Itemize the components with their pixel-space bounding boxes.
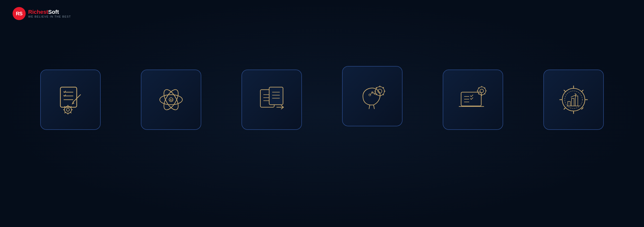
svg-line-36 — [376, 87, 377, 88]
svg-line-39 — [376, 94, 377, 95]
step-testing-deployment: Testing andDeployment — [433, 70, 513, 159]
step-label-6: Noticing andOptimization — [553, 137, 595, 159]
svg-rect-25 — [269, 87, 283, 105]
step-card-5 — [443, 70, 503, 130]
page-title: AI Integration Approaches — [0, 13, 644, 35]
step-card-3 — [242, 70, 302, 130]
model-training-icon — [356, 80, 389, 112]
logo: RS RichestSoft WE BELIEVE IN THE BEST — [13, 7, 71, 20]
see-the-need-icon — [54, 83, 87, 116]
svg-point-5 — [66, 108, 69, 111]
step-card-1 — [40, 70, 101, 130]
svg-rect-72 — [568, 101, 570, 106]
svg-line-71 — [564, 108, 566, 109]
step-label-4: Model Training& Split thedifference — [348, 133, 397, 163]
arrow-4 — [413, 97, 433, 109]
step-model-training: Model Training& Split thedifference — [332, 66, 413, 163]
svg-line-14 — [73, 97, 78, 102]
svg-line-38 — [383, 87, 384, 88]
information-icon — [255, 83, 288, 116]
svg-line-13 — [65, 112, 65, 113]
step-label-1: See theNeed — [57, 137, 83, 159]
step-label-2: Pick the RightAI Headway — [148, 137, 194, 159]
svg-rect-0 — [60, 87, 77, 107]
svg-line-11 — [70, 112, 71, 113]
svg-line-15 — [78, 95, 80, 97]
svg-line-45 — [369, 105, 370, 109]
arrow-5 — [513, 97, 533, 109]
step-information-gathering: InformationGathering & Plan — [231, 70, 312, 159]
svg-line-68 — [564, 90, 566, 92]
logo-tagline: WE BELIEVE IN THE BEST — [28, 15, 71, 18]
svg-line-69 — [582, 108, 583, 109]
logo-name: RichestSoft — [28, 9, 71, 15]
steps-container: See theNeed AI Pick the RightAI Headway — [0, 66, 644, 163]
svg-line-46 — [374, 105, 374, 109]
step-noticing-optimization: Noticing andOptimization — [533, 70, 614, 159]
page-subtitle: Tracking down An ideal choice for Your A… — [0, 38, 644, 48]
step-card-2: AI — [141, 70, 201, 130]
step-label-5: Testing andDeployment — [453, 137, 493, 159]
svg-rect-73 — [572, 98, 574, 106]
arrow-3 — [312, 97, 332, 109]
svg-text:AI: AI — [170, 98, 173, 101]
noticing-icon — [557, 83, 590, 116]
logo-icon: RS — [13, 7, 26, 20]
arrow-2 — [211, 97, 231, 109]
step-see-the-need: See theNeed — [30, 70, 111, 159]
arrow-1 — [111, 97, 131, 109]
step-pick-the-right: AI Pick the RightAI Headway — [131, 70, 211, 159]
step-label-3: InformationGathering & Plan — [243, 137, 300, 159]
logo-text: RichestSoft WE BELIEVE IN THE BEST — [28, 9, 71, 18]
pick-right-icon: AI — [155, 83, 187, 116]
step-card-6 — [543, 70, 604, 130]
svg-point-53 — [480, 89, 484, 93]
testing-icon — [457, 83, 489, 116]
svg-line-42 — [370, 92, 372, 95]
svg-line-37 — [383, 94, 384, 95]
page-header: AI Integration Approaches Tracking down … — [0, 0, 644, 48]
step-card-4 — [342, 66, 403, 126]
svg-line-70 — [582, 90, 583, 92]
svg-rect-74 — [575, 96, 578, 106]
